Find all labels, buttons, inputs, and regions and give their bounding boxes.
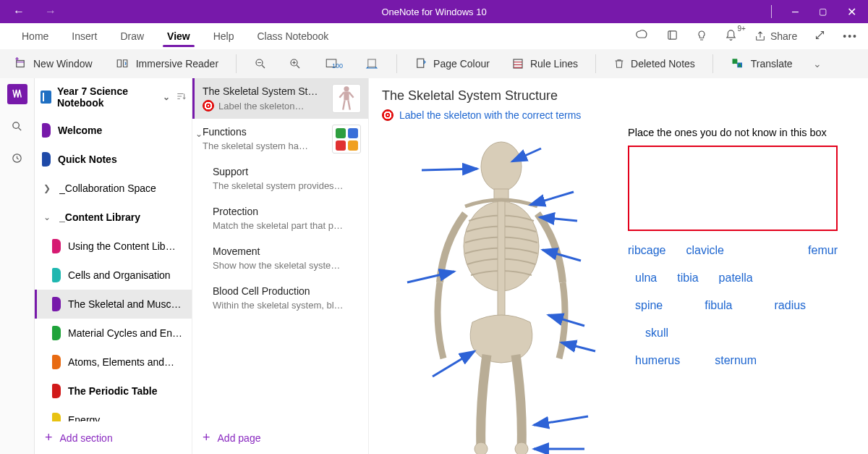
page-support[interactable]: Support The skeletal system provides… [192,159,368,198]
zoom-out-button[interactable] [250,54,271,73]
meeting-icon[interactable] [666,29,678,43]
page-colour-button[interactable]: Page Colour [410,54,494,73]
minimize-icon[interactable]: – [792,5,799,18]
section-label: Welcome [58,125,186,136]
svg-line-26 [422,169,477,170]
page-canvas[interactable]: The Skeletal System Structure Label the … [369,78,868,454]
sync-icon[interactable] [636,29,649,44]
term-skull[interactable]: skull [645,327,668,340]
section-using-content-lib[interactable]: Using the Content Lib… [35,232,192,261]
svg-line-34 [433,351,475,377]
maximize-icon[interactable]: ▢ [819,7,827,17]
translate-button[interactable]: 文A Translate [726,54,797,73]
ribbon-tabs: Home Insert Draw View Help Class Noteboo… [0,23,868,49]
close-icon[interactable]: ✕ [847,5,856,19]
zoom-in-button[interactable] [284,54,306,73]
page-thumb-icon [332,125,361,154]
section-color-icon [52,239,61,253]
immersive-reader-button[interactable]: Immersive Reader [110,54,223,73]
translate-dropdown-icon[interactable]: ⌄ [810,55,826,72]
plus-icon: + [45,430,53,445]
toolbar-sep2 [396,54,397,73]
term-radius[interactable]: radius [775,299,807,312]
term-ulna[interactable]: ulna [635,272,657,285]
section-energy[interactable]: Energy [35,405,192,421]
section-color-icon [52,297,61,311]
term-femur[interactable]: femur [808,244,838,257]
section-color-icon [52,355,61,369]
titlebar: ← → OneNote for Windows 10 – ▢ ✕ [0,0,868,23]
svg-rect-5 [368,59,376,67]
search-icon[interactable] [7,116,27,136]
section-group-content-library[interactable]: ⌄ _Content Library [35,203,192,232]
back-arrow-icon[interactable]: ← [13,6,25,17]
more-icon[interactable]: ••• [843,30,858,42]
sort-icon[interactable] [176,91,186,104]
term-sternum[interactable]: sternum [715,354,757,367]
page-width-button[interactable] [360,54,383,73]
tab-help[interactable]: Help [202,23,246,49]
section-color-icon [52,326,61,340]
page-movement[interactable]: Movement Show how the skeletal syste… [192,238,368,278]
instruction-line: Label the skeleton with the correct term… [382,109,855,121]
immersive-reader-label: Immersive Reader [136,58,218,70]
toolbar-sep3 [595,54,596,73]
fullscreen-icon[interactable] [814,30,825,43]
svg-line-28 [530,192,574,205]
term-humerus[interactable]: humerus [635,354,680,367]
page-subtitle: The skeletal system provides… [213,180,358,191]
notebooks-icon[interactable] [7,84,27,104]
share-button[interactable]: Share [754,30,797,42]
section-label: Atoms, Elements and… [68,356,186,368]
section-skeletal[interactable]: The Skeletal and Musc… [35,290,192,319]
tips-icon[interactable] [696,29,707,44]
section-group-collab[interactable]: ❯ _Collaboration Space [35,174,192,203]
notebook-name: Year 7 Science Notebook [57,85,157,109]
toolbar-sep1 [236,54,237,73]
section-periodic-table[interactable]: The Periodic Table [35,377,192,405]
term-clavicle[interactable]: clavicle [686,244,723,257]
term-tibia[interactable]: tibia [677,272,698,285]
tab-draw[interactable]: Draw [109,23,156,49]
page-skeletal-structure[interactable]: The Skeletal System St… Label the skelet… [192,78,368,119]
svg-text:A: A [739,63,741,67]
add-section-button[interactable]: + Add section [35,421,192,454]
rule-lines-button[interactable]: Rule Lines [507,54,582,73]
section-cells[interactable]: Cells and Organisation [35,261,192,290]
page-protection[interactable]: Protection Match the skeletal part that … [192,198,368,238]
svg-point-25 [515,442,528,454]
term-spine[interactable]: spine [635,299,663,312]
new-window-button[interactable]: New Window [9,54,97,73]
chevron-down-icon: ⌄ [42,212,52,222]
forward-arrow-icon[interactable]: → [45,6,56,17]
add-page-label: Add page [218,432,261,444]
term-ribcage[interactable]: ribcage [628,244,665,257]
zoom-100-button[interactable]: 100 [319,54,347,73]
section-material-cycles[interactable]: Material Cycles and En… [35,319,192,348]
toolbar-sep4 [712,54,713,73]
tab-class-notebook[interactable]: Class Notebook [246,23,341,49]
section-color-icon [42,123,51,138]
notebook-picker[interactable]: Year 7 Science Notebook ⌄ [35,78,192,116]
unknown-terms-dropbox[interactable] [628,146,838,231]
page-blood-cell[interactable]: Blood Cell Production Within the skeleta… [192,278,368,318]
section-quick-notes[interactable]: Quick Notes [35,145,192,174]
page-title: Movement [213,245,358,257]
page-subtitle: Within the skeletal system, bl… [213,300,358,311]
notifications-icon[interactable]: 9+ [725,29,737,44]
tab-home[interactable]: Home [10,23,60,49]
tab-view[interactable]: View [156,23,202,49]
section-welcome[interactable]: Welcome [35,116,192,145]
recent-icon[interactable] [7,148,27,168]
page-title: Support [213,166,358,177]
section-atoms[interactable]: Atoms, Elements and… [35,348,192,377]
tab-insert[interactable]: Insert [60,23,109,49]
deleted-notes-button[interactable]: Deleted Notes [609,54,699,73]
svg-rect-23 [498,199,505,329]
term-fibula[interactable]: fibula [705,299,732,312]
add-page-button[interactable]: + Add page [192,421,368,454]
page-functions[interactable]: ⌄ Functions The skeletal system ha… [192,119,368,159]
svg-rect-21 [494,189,509,199]
chevron-down-icon: ⌄ [163,92,170,102]
term-patella[interactable]: patella [719,272,753,285]
